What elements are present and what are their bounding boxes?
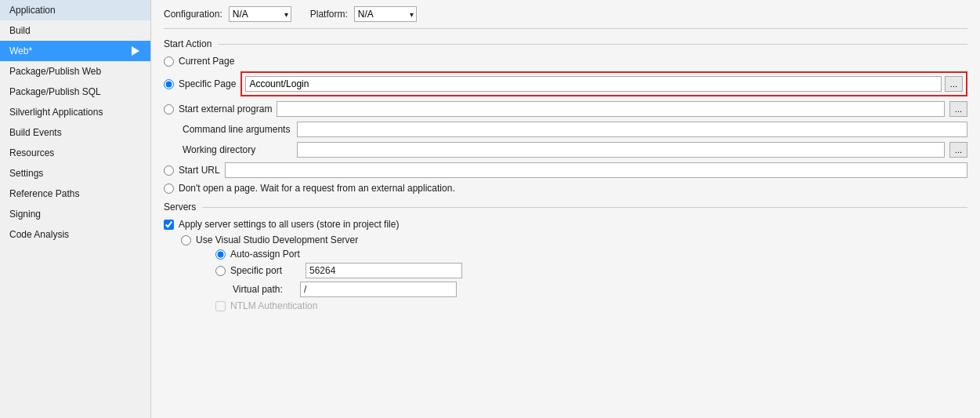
command-line-input[interactable] xyxy=(297,122,967,137)
sidebar-item-silverlight[interactable]: Silverlight Applications xyxy=(0,102,150,122)
sidebar-item-settings[interactable]: Settings xyxy=(0,163,150,184)
start-action-heading: Start Action xyxy=(164,38,967,49)
start-external-radio[interactable] xyxy=(164,104,174,114)
dont-open-radio[interactable] xyxy=(164,184,174,194)
specific-page-label[interactable]: Specific Page xyxy=(179,78,236,89)
start-url-radio[interactable] xyxy=(164,165,174,176)
current-page-label[interactable]: Current Page xyxy=(179,56,234,67)
working-dir-label: Working directory xyxy=(183,144,292,155)
configuration-label: Configuration: xyxy=(164,9,222,20)
sidebar-item-build-events[interactable]: Build Events xyxy=(0,122,150,143)
configuration-select-wrap: N/A xyxy=(229,6,291,22)
virtual-path-input[interactable] xyxy=(300,282,457,297)
dont-open-row: Don't open a page. Wait for a request fr… xyxy=(164,183,967,194)
config-row: Configuration: N/A Platform: N/A xyxy=(164,6,967,29)
current-page-radio[interactable] xyxy=(164,56,174,67)
sidebar-item-signing[interactable]: Signing xyxy=(0,204,150,224)
start-url-input[interactable] xyxy=(225,162,967,178)
configuration-select[interactable]: N/A xyxy=(229,6,291,22)
sidebar: Application Build Web* Package/Publish W… xyxy=(0,0,151,418)
main-content: Configuration: N/A Platform: N/A Start A… xyxy=(151,0,980,418)
command-line-label: Command line arguments xyxy=(183,124,292,135)
apply-server-label[interactable]: Apply server settings to all users (stor… xyxy=(179,219,399,230)
ntlm-row: NTLM Authentication xyxy=(215,300,967,311)
ntlm-checkbox[interactable] xyxy=(215,301,226,311)
sidebar-item-web[interactable]: Web* xyxy=(0,41,150,61)
auto-assign-label[interactable]: Auto-assign Port xyxy=(230,249,300,260)
ntlm-label: NTLM Authentication xyxy=(230,300,317,311)
start-url-label[interactable]: Start URL xyxy=(179,165,220,176)
platform-select[interactable]: N/A xyxy=(354,6,417,22)
sidebar-item-build[interactable]: Build xyxy=(0,20,150,41)
specific-port-row: Specific port xyxy=(215,263,967,278)
sidebar-item-reference-paths[interactable]: Reference Paths xyxy=(0,184,150,204)
auto-assign-row: Auto-assign Port xyxy=(215,249,967,260)
virtual-path-row: Virtual path: xyxy=(233,282,967,297)
specific-page-radio[interactable] xyxy=(164,79,174,89)
platform-select-wrap: N/A xyxy=(354,6,417,22)
start-external-label[interactable]: Start external program xyxy=(179,104,272,114)
apply-server-checkbox[interactable] xyxy=(164,220,174,230)
working-dir-browse-button[interactable]: ... xyxy=(949,142,967,158)
specific-port-label[interactable]: Specific port xyxy=(230,265,301,276)
specific-page-browse-button[interactable]: ... xyxy=(945,76,963,92)
start-external-input[interactable] xyxy=(277,101,944,117)
sidebar-item-application[interactable]: Application xyxy=(0,0,150,20)
specific-page-input[interactable] xyxy=(245,76,941,92)
command-line-row: Command line arguments xyxy=(183,122,967,137)
start-external-row: Start external program ... xyxy=(164,101,967,117)
use-vs-server-label[interactable]: Use Visual Studio Development Server xyxy=(196,234,358,245)
use-vs-server-row: Use Visual Studio Development Server xyxy=(181,234,967,245)
working-dir-row: Working directory ... xyxy=(183,142,967,158)
dont-open-label[interactable]: Don't open a page. Wait for a request fr… xyxy=(179,183,455,194)
specific-port-input[interactable] xyxy=(306,263,462,278)
start-external-browse-button[interactable]: ... xyxy=(949,101,967,117)
sidebar-item-package-sql[interactable]: Package/Publish SQL xyxy=(0,82,150,102)
sidebar-item-resources[interactable]: Resources xyxy=(0,143,150,163)
sidebar-item-code-analysis[interactable]: Code Analysis xyxy=(0,224,150,245)
specific-page-row: Specific Page ... xyxy=(164,71,967,96)
specific-port-radio[interactable] xyxy=(215,266,226,276)
platform-label: Platform: xyxy=(310,9,348,20)
sidebar-item-package-web[interactable]: Package/Publish Web xyxy=(0,61,150,82)
virtual-path-label: Virtual path: xyxy=(233,284,295,295)
working-dir-input[interactable] xyxy=(297,142,945,158)
current-page-row: Current Page xyxy=(164,56,967,67)
specific-page-highlight-box: ... xyxy=(240,71,967,96)
apply-server-row: Apply server settings to all users (stor… xyxy=(164,219,967,230)
servers-heading: Servers xyxy=(164,202,967,213)
use-vs-server-radio[interactable] xyxy=(181,235,191,245)
auto-assign-radio[interactable] xyxy=(215,249,226,260)
start-url-row: Start URL xyxy=(164,162,967,178)
